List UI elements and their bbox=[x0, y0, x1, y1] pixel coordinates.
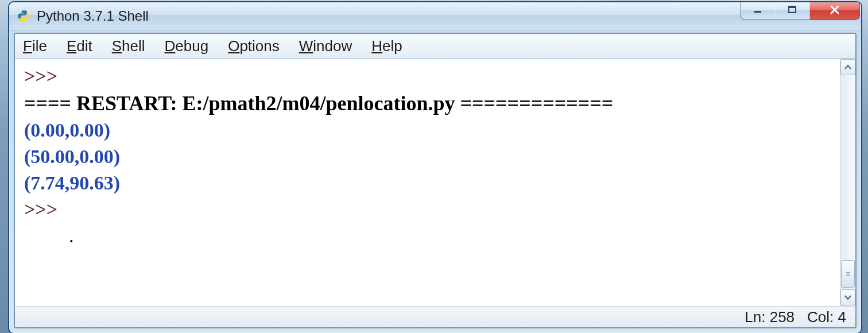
shell-output[interactable]: >>> ==== RESTART: E:/pmath2/m04/penlocat… bbox=[15, 59, 840, 306]
menu-help[interactable]: Help bbox=[371, 37, 402, 55]
minimize-icon bbox=[753, 5, 763, 17]
scroll-up-button[interactable] bbox=[840, 59, 855, 75]
close-icon bbox=[829, 4, 840, 17]
scroll-down-button[interactable] bbox=[840, 289, 855, 305]
svg-point-0 bbox=[21, 11, 22, 13]
maximize-button[interactable] bbox=[774, 1, 809, 20]
idle-window: Python 3.7.1 Shell bbox=[8, 1, 862, 333]
caret: . bbox=[69, 225, 74, 246]
svg-rect-4 bbox=[789, 6, 796, 8]
close-button[interactable] bbox=[809, 1, 859, 20]
maximize-icon bbox=[787, 5, 797, 17]
window-title: Python 3.7.1 Shell bbox=[37, 8, 149, 24]
output-line: (7.74,90.63) bbox=[24, 172, 120, 193]
client-area: File Edit Shell Debug Options Window Hel… bbox=[14, 33, 857, 328]
output-line: (50.00,0.00) bbox=[24, 146, 120, 167]
svg-rect-2 bbox=[754, 11, 761, 13]
restart-banner: ==== RESTART: E:/pmath2/m04/penlocation.… bbox=[24, 92, 613, 115]
window-controls bbox=[741, 1, 860, 20]
menu-debug[interactable]: Debug bbox=[165, 37, 209, 55]
scroll-track[interactable] bbox=[840, 76, 855, 289]
status-bar: Ln: 258 Col: 4 bbox=[15, 306, 855, 327]
vertical-scrollbar[interactable] bbox=[840, 59, 855, 306]
menu-options[interactable]: Options bbox=[228, 37, 280, 55]
status-col: Col: 4 bbox=[807, 308, 846, 326]
status-line: Ln: 258 bbox=[745, 308, 795, 326]
chevron-up-icon bbox=[844, 63, 851, 72]
chevron-down-icon bbox=[844, 293, 851, 302]
minimize-button[interactable] bbox=[741, 1, 774, 20]
menu-shell[interactable]: Shell bbox=[112, 37, 145, 55]
menu-edit[interactable]: Edit bbox=[67, 37, 92, 55]
menu-file[interactable]: File bbox=[23, 37, 47, 55]
menu-window[interactable]: Window bbox=[299, 37, 352, 55]
editor-body: >>> ==== RESTART: E:/pmath2/m04/penlocat… bbox=[15, 59, 855, 306]
prompt: >>> bbox=[24, 65, 57, 87]
titlebar[interactable]: Python 3.7.1 Shell bbox=[9, 2, 861, 30]
output-line: (0.00,0.00) bbox=[24, 119, 110, 141]
python-icon bbox=[16, 9, 31, 24]
prompt: >>> bbox=[24, 199, 57, 220]
scroll-thumb[interactable] bbox=[841, 260, 855, 288]
menu-bar: File Edit Shell Debug Options Window Hel… bbox=[15, 34, 855, 59]
svg-point-1 bbox=[25, 20, 26, 21]
